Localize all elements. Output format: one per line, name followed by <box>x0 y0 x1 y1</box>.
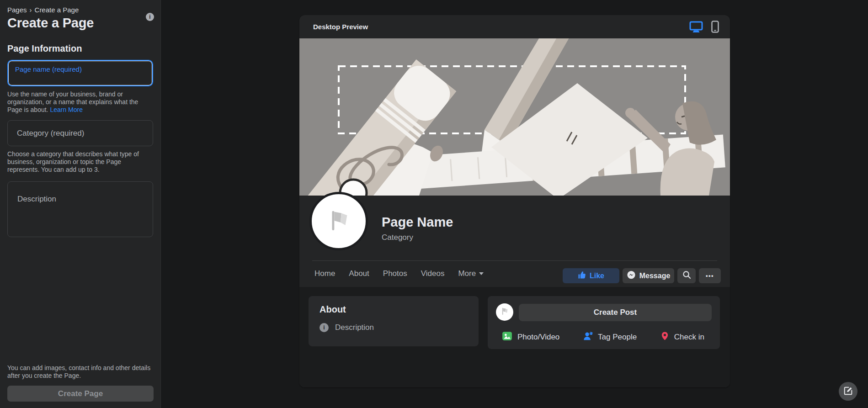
footer-note: You can add images, contact info and oth… <box>7 364 154 380</box>
ellipsis-icon: ••• <box>706 272 714 279</box>
preview-header: Desktop Preview <box>299 15 730 38</box>
page-body-section: About i Description Create P <box>299 287 730 387</box>
more-options-button[interactable]: ••• <box>699 268 721 283</box>
section-heading: Page Information <box>7 43 153 54</box>
create-page-button[interactable]: Create Page <box>7 386 154 402</box>
description-textarea[interactable]: Description <box>7 181 153 237</box>
page-title: Create a Page <box>7 16 153 31</box>
messenger-icon <box>627 270 636 281</box>
mobile-preview-icon[interactable] <box>711 21 719 33</box>
breadcrumb-current: Create a Page <box>35 6 79 14</box>
about-description-label: Description <box>335 323 374 332</box>
tag-people-action[interactable]: Tag People <box>583 331 637 344</box>
photo-video-action[interactable]: Photo/Video <box>501 330 559 344</box>
tab-home[interactable]: Home <box>314 269 335 278</box>
tab-more[interactable]: More <box>458 269 484 278</box>
preview-page-name: Page Name <box>382 215 453 230</box>
page-name-input[interactable]: Page name (required) <box>7 60 153 86</box>
photo-video-label: Photo/Video <box>517 333 559 342</box>
info-icon[interactable]: i <box>146 13 154 21</box>
tab-videos[interactable]: Videos <box>421 269 445 278</box>
info-icon: i <box>320 323 329 332</box>
page-action-buttons: Like Message <box>563 268 721 283</box>
breadcrumb-pages[interactable]: Pages <box>7 6 27 14</box>
tab-about[interactable]: About <box>349 269 369 278</box>
page-name-label: Page name (required) <box>15 65 82 73</box>
search-button[interactable] <box>677 268 696 283</box>
tab-more-label: More <box>458 269 476 278</box>
preview-page-category: Category <box>382 233 413 242</box>
tag-people-label: Tag People <box>598 333 637 342</box>
like-button[interactable]: Like <box>563 268 619 283</box>
preview-title: Desktop Preview <box>313 23 368 31</box>
search-icon <box>682 270 691 281</box>
about-card: About i Description <box>309 296 479 346</box>
create-post-field[interactable]: Create Post <box>519 304 712 321</box>
photo-icon <box>501 330 513 344</box>
page-avatar <box>309 192 368 250</box>
desktop-preview-icon[interactable] <box>689 21 703 33</box>
breadcrumb-separator: › <box>30 6 32 14</box>
page-name-helper: Use the name of your business, brand or … <box>7 90 154 114</box>
tag-people-icon <box>583 331 593 344</box>
description-label: Description <box>17 195 56 203</box>
like-label: Like <box>590 272 604 280</box>
cover-illustration <box>299 38 730 196</box>
location-pin-icon <box>660 331 670 343</box>
category-label: Category (required) <box>17 129 84 138</box>
create-post-card: Create Post Photo/Video <box>488 296 720 349</box>
edit-fab-button[interactable] <box>839 382 857 401</box>
edit-pencil-icon <box>843 386 853 397</box>
breadcrumb: Pages › Create a Page <box>7 6 153 14</box>
preview-card: Desktop Preview <box>299 15 730 387</box>
page-tabs: Home About Photos Videos More <box>314 264 484 283</box>
message-label: Message <box>639 272 671 280</box>
composer-avatar <box>496 303 513 321</box>
check-in-label: Check in <box>674 333 704 342</box>
message-button[interactable]: Message <box>623 268 674 283</box>
flag-icon <box>500 306 510 318</box>
chevron-down-icon <box>479 272 484 275</box>
category-helper: Choose a category that describes what ty… <box>7 150 154 174</box>
about-description-row: i Description <box>320 323 468 332</box>
create-page-sidebar: Pages › Create a Page Create a Page i Pa… <box>0 0 161 408</box>
tabs-divider <box>312 260 717 261</box>
create-page-screen: Pages › Create a Page Create a Page i Pa… <box>0 0 868 408</box>
category-input[interactable]: Category (required) <box>7 120 153 146</box>
learn-more-link[interactable]: Learn More <box>50 106 83 113</box>
check-in-action[interactable]: Check in <box>660 331 704 343</box>
flag-icon <box>325 206 353 236</box>
composer-actions: Photo/Video Tag People <box>488 329 720 345</box>
tab-photos[interactable]: Photos <box>383 269 407 278</box>
thumbs-up-icon <box>578 271 586 281</box>
about-title: About <box>320 304 468 315</box>
